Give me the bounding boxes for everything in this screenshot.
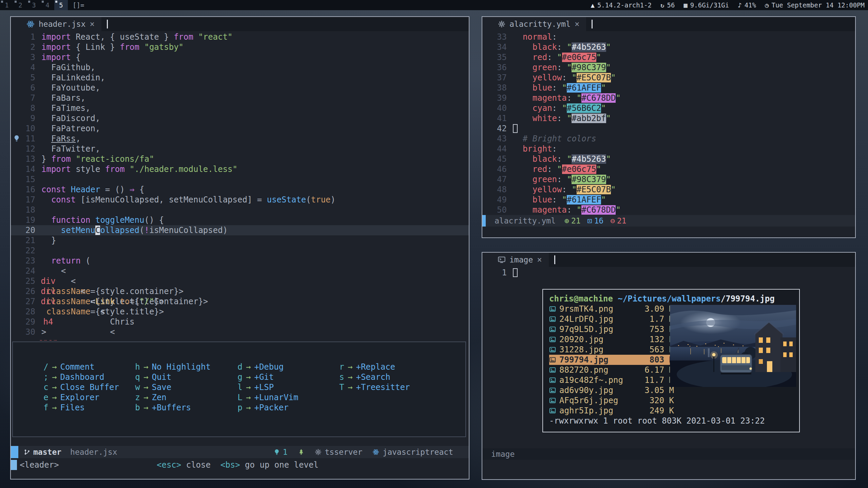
token: " — [567, 114, 572, 123]
binding-key: d — [237, 362, 243, 372]
code-line[interactable]: 30 <span style={{ color: "red" }}>@</spa… — [11, 327, 469, 337]
token: " — [562, 103, 567, 113]
code-line[interactable]: 40 cyan: "#56B6C2" — [482, 103, 855, 113]
code-line[interactable]: 45 black: "#4b5263" — [482, 154, 855, 164]
code-line[interactable]: 39 magenta: "#C678DD" — [482, 93, 855, 103]
gear-icon — [498, 20, 505, 28]
code-line[interactable]: 19 function toggleMenu() { — [11, 215, 469, 225]
file-row-24LrDFQ.jpg[interactable]: 24LrDFQ.jpg1.7 M — [549, 314, 674, 324]
token: Link — [95, 297, 115, 306]
file-row-97q9L5D.jpg[interactable]: 97q9L5D.jpg753 K — [549, 324, 674, 334]
code-area[interactable]: 33 normal:34 black: "#4b5263"35 red: "#e… — [482, 32, 855, 215]
whichkey-column: r→+Replaces→+SearchT→+Treesitter — [339, 362, 431, 436]
code-line[interactable]: 1import React, { useState } from "react" — [11, 32, 469, 42]
tab-header-jsx[interactable]: header.jsx × — [11, 17, 101, 31]
code-line[interactable]: 48 yellow: "#E5C07B" — [482, 184, 855, 195]
code-line[interactable]: 23 return ( — [11, 256, 469, 266]
file-row-aghr5Ip.jpg[interactable]: aghr5Ip.jpg249 K — [549, 406, 674, 416]
code-line[interactable]: 35 red: "#e06c75" — [482, 52, 855, 62]
close-icon[interactable]: × — [537, 255, 542, 265]
code-line[interactable]: 38 blue: "#61AFEF" — [482, 83, 855, 93]
code-line[interactable]: 18 — [11, 205, 469, 215]
whichkey-binding-h: h→No Highlight — [135, 362, 237, 372]
code-line[interactable]: 22 — [11, 246, 469, 256]
token: : — [567, 93, 577, 103]
file-row-9rsmTK4.png[interactable]: 9rsmTK4.png3.09 M — [549, 304, 674, 314]
line-number: 40 — [482, 103, 507, 113]
close-icon[interactable]: × — [90, 19, 94, 29]
code-line[interactable]: 7 FaBars, — [11, 93, 469, 103]
workspace-tag-2[interactable]: 2 — [14, 0, 27, 10]
bulb-count-value: 1 — [283, 448, 288, 456]
code-line[interactable]: 28 <h4> — [11, 307, 469, 317]
code-line[interactable]: 15 — [11, 174, 469, 184]
code-line[interactable]: 29 Chris — [11, 317, 469, 327]
code-line[interactable]: 36 green: "#98C379" — [482, 62, 855, 73]
line-number: 27 — [11, 296, 35, 307]
code-line[interactable]: 10 FaPatreon, — [11, 123, 469, 134]
code-area[interactable]: 1import React, { useState } from "react"… — [11, 32, 469, 340]
file-row-799794.jpg[interactable]: 799794.jpg803 K — [549, 355, 674, 365]
token: import — [41, 164, 71, 174]
binding-description: Zen — [152, 393, 166, 402]
code-line[interactable]: 4 FaGithub, — [11, 62, 469, 73]
code-line[interactable]: 44 bright: — [482, 144, 855, 154]
code-line[interactable]: 34 black: "#4b5263" — [482, 42, 855, 52]
token: < — [41, 307, 105, 316]
code-line[interactable]: 12 FaTwitter, — [11, 144, 469, 154]
workspace-tag-4[interactable]: 4 — [41, 0, 54, 10]
code-line[interactable]: 2import { Link } from "gatsby" — [11, 42, 469, 52]
code-line[interactable]: 6 FaYoutube, — [11, 83, 469, 93]
close-icon[interactable]: × — [575, 19, 579, 29]
code-area[interactable]: 1 — [482, 268, 855, 288]
code-line[interactable]: 21 } — [11, 235, 469, 246]
token: " — [616, 205, 620, 215]
tab-image[interactable]: image × — [482, 253, 549, 267]
tab-alacritty-yml[interactable]: alacritty.yml × — [482, 17, 586, 31]
code-line[interactable]: 27 <Link to={"/"}> — [11, 296, 469, 307]
binding-key: l — [237, 382, 243, 392]
code-line[interactable]: 3import { — [11, 52, 469, 62]
line-number: 13 — [11, 154, 35, 164]
code-line[interactable]: 46 red: "#e06c75" — [482, 164, 855, 174]
token: normal — [513, 32, 552, 42]
file-name: 97q9L5D.jpg — [559, 324, 631, 334]
code-line[interactable]: 14import style from "./header.module.les… — [11, 164, 469, 174]
file-row-20920.jpg[interactable]: 20920.jpg132 K — [549, 334, 674, 345]
code-line[interactable]: 17 const [isMenuCollapsed, setMenuCollap… — [11, 195, 469, 205]
file-row-ad6v90y.jpg[interactable]: ad6v90y.jpg3.05 M — [549, 385, 674, 395]
user-host: chris@machine — [549, 294, 613, 304]
code-line[interactable]: 41 white: "#abb2bf" — [482, 113, 855, 123]
token: " — [577, 93, 581, 103]
code-line[interactable]: 33 normal: — [482, 32, 855, 42]
file-row-a19c482f~.png[interactable]: a19c482f~.png11.7 M — [549, 375, 674, 385]
workspace-tag-3[interactable]: 3 — [27, 0, 41, 10]
code-line[interactable]: 49 blue: "#61AFEF" — [482, 195, 855, 205]
code-line[interactable]: 24 <div className={style.container}> — [11, 266, 469, 276]
code-line[interactable]: 9 FaDiscord, — [11, 113, 469, 123]
code-line[interactable]: 8 FaTimes, — [11, 103, 469, 113]
code-line[interactable]: 37 yellow: "#E5C07B" — [482, 73, 855, 83]
file-row-31228.jpg[interactable]: 31228.jpg563 K — [549, 345, 674, 355]
code-line[interactable]: 50 magenta: "#C678DD" — [482, 205, 855, 215]
code-line[interactable]: 42 — [482, 123, 855, 134]
code-line[interactable]: 20 setMenuCollapsed(!isMenuCollapsed) — [11, 225, 469, 235]
workspace-tag-5[interactable]: 5 — [54, 0, 68, 10]
code-line[interactable]: 1 — [482, 268, 855, 278]
code-line[interactable]: 43 # Bright colors — [482, 134, 855, 144]
code-line[interactable]: 5 FaLinkedin, — [11, 73, 469, 83]
line-text: FaDiscord, — [41, 113, 100, 123]
gear-icon — [315, 449, 322, 455]
code-line[interactable]: 13} from "react-icons/fa" — [11, 154, 469, 164]
code-line[interactable]: 26 <div className={style.title}> — [11, 286, 469, 296]
layout-symbol[interactable]: []= — [73, 1, 84, 9]
code-line[interactable]: 11 FaRss, — [11, 134, 469, 144]
whichkey-binding-d: d→+Debug — [237, 362, 339, 372]
code-line[interactable]: 16const Header = () ⇒ { — [11, 184, 469, 195]
line-number: 38 — [482, 83, 507, 93]
code-line[interactable]: 25 <div className={style.titleContainer}… — [11, 276, 469, 286]
file-row-882720.png[interactable]: 882720.png6.17 M — [549, 365, 674, 375]
workspace-tag-1[interactable]: 1 — [0, 0, 14, 10]
file-row-AFq5r6j.jpeg[interactable]: AFq5r6j.jpeg320 K — [549, 395, 674, 406]
code-line[interactable]: 47 green: "#98C379" — [482, 174, 855, 184]
